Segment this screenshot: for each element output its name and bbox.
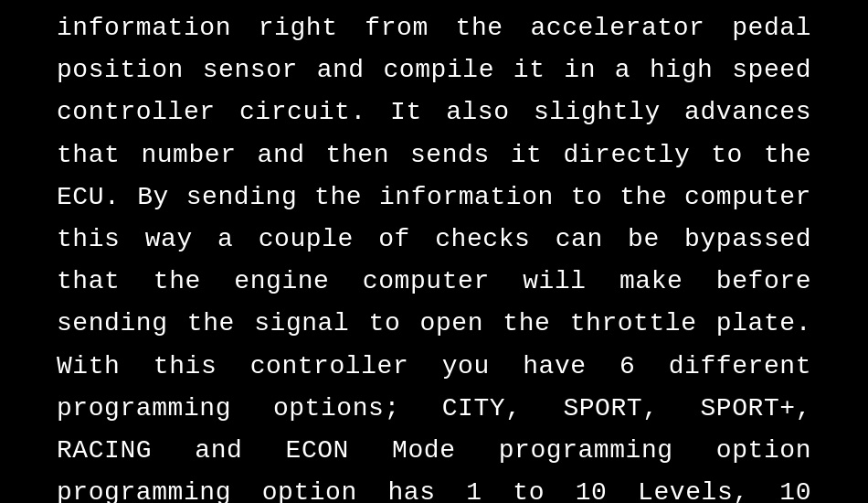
main-text-block: information right from the accelerator p… [0,0,868,503]
paragraph-text: information right from the accelerator p… [57,7,811,503]
